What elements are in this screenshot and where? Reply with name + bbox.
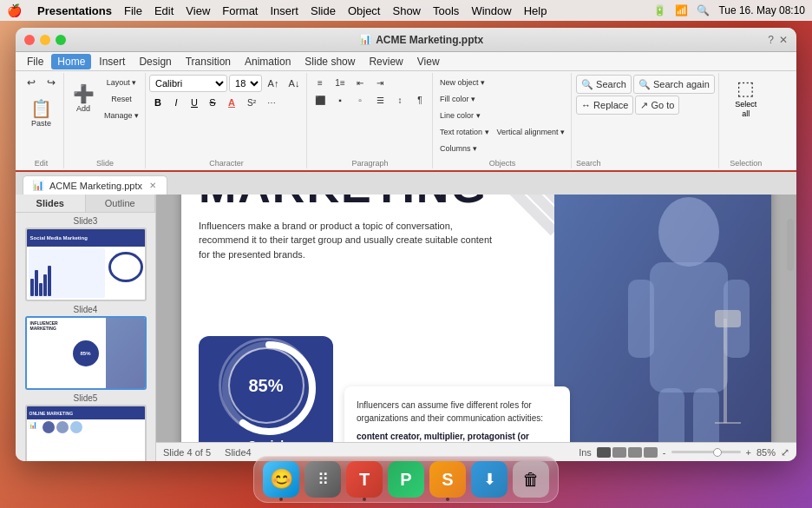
underline-button[interactable]: U — [186, 94, 203, 111]
undo-button[interactable]: ↩ — [22, 75, 41, 90]
line-color-button[interactable]: Line color ▾ — [436, 108, 568, 123]
menu-slide[interactable]: Slide — [311, 4, 336, 17]
align-justify-button[interactable]: ☰ — [370, 92, 390, 108]
datetime: Tue 16. May 08:10 — [718, 4, 805, 16]
font-family-select[interactable]: Calibri — [149, 75, 227, 92]
paste-button[interactable]: 📋 Paste — [27, 92, 56, 135]
menu-view[interactable]: View — [186, 4, 210, 17]
vertical-alignment-button[interactable]: Vertical alignment ▾ — [494, 124, 569, 140]
menu-tools[interactable]: Tools — [433, 4, 459, 17]
columns-button[interactable]: Columns ▾ — [436, 141, 568, 156]
search-icon[interactable]: 🔍 — [697, 4, 710, 16]
fill-color-button[interactable]: Fill color ▾ — [436, 91, 568, 107]
menu-show[interactable]: Show — [392, 4, 421, 17]
strikethrough-button[interactable]: S — [204, 94, 221, 111]
app-menu-file[interactable]: File — [21, 54, 49, 69]
menu-window[interactable]: Window — [471, 4, 511, 17]
close-button[interactable] — [24, 35, 35, 45]
slide-4-thumbnail[interactable]: INFLUENCERMARKETING 85% — [25, 316, 147, 390]
toolbox-p-icon[interactable]: P — [388, 461, 424, 498]
vertical-scrollbar[interactable] — [786, 201, 795, 418]
menu-edit[interactable]: Edit — [154, 4, 174, 17]
toolbox-t-icon[interactable]: T — [346, 461, 383, 498]
trash-icon[interactable]: 🗑 — [513, 461, 549, 498]
reset-button[interactable]: Reset — [101, 91, 142, 107]
font-increase-button[interactable]: A↑ — [264, 76, 283, 91]
select-all-button[interactable]: ⬚ Selectall — [732, 75, 759, 122]
zoom-minus[interactable]: - — [663, 447, 666, 458]
slide-thumb-3[interactable]: Slide3 Social Media Marketing — [19, 216, 152, 301]
font-color-button[interactable]: A — [222, 95, 241, 110]
app-menu-transition[interactable]: Transition — [180, 54, 237, 69]
replace-button[interactable]: ↔ Replace — [576, 96, 633, 115]
font-decrease-button[interactable]: A↓ — [285, 76, 304, 91]
document-tab[interactable]: 📊 ACME Marketing.pptx ✕ — [23, 175, 167, 195]
slides-tab[interactable]: Slides — [16, 195, 86, 212]
fit-icon[interactable]: ⤢ — [781, 446, 789, 459]
manage-button[interactable]: Manage ▾ — [101, 108, 142, 123]
slide-thumb-5[interactable]: Slide5 ONLINE MARKETING 📊 — [19, 393, 152, 461]
app-menu-insert[interactable]: Insert — [93, 54, 131, 69]
replace-icon: ↔ — [581, 100, 591, 110]
more-font-button[interactable]: ⋯ — [262, 95, 281, 110]
bold-button[interactable]: B — [149, 94, 167, 111]
maximize-button[interactable] — [56, 35, 66, 45]
menu-insert[interactable]: Insert — [270, 4, 298, 17]
indent-decrease-button[interactable]: ⇤ — [350, 75, 370, 90]
outline-view-button[interactable] — [628, 447, 642, 458]
zoom-slider[interactable] — [671, 451, 741, 453]
search-button[interactable]: 🔍 Search — [576, 75, 632, 94]
tab-close-button[interactable]: ✕ — [147, 181, 158, 191]
menu-format[interactable]: Format — [222, 4, 258, 17]
align-right-button[interactable]: ▫ — [350, 92, 370, 108]
indent-increase-button[interactable]: ⇥ — [370, 75, 390, 90]
layout-button[interactable]: Layout ▾ — [101, 75, 142, 90]
zoom-plus[interactable]: + — [746, 447, 751, 458]
finder-icon[interactable]: 😊 — [263, 461, 299, 498]
slide-canvas[interactable]: MARKETING Influencers make a brand or pr… — [181, 195, 771, 442]
search-again-button[interactable]: 🔍 Search again — [633, 75, 715, 94]
text-rotation-button[interactable]: Text rotation ▾ — [436, 124, 493, 140]
menu-object[interactable]: Object — [348, 4, 381, 17]
grid-view-button[interactable] — [612, 447, 626, 458]
goto-label: Go to — [651, 100, 674, 110]
zoom-handle[interactable] — [713, 448, 722, 457]
goto-button[interactable]: ↗ Go to — [635, 96, 679, 115]
document-icon: 📊 — [32, 180, 44, 191]
app-menu-design[interactable]: Design — [133, 54, 177, 69]
align-left-button[interactable]: ⬛ — [311, 92, 330, 108]
slides-icon[interactable]: S — [429, 461, 466, 498]
download-icon[interactable]: ⬇ — [471, 461, 508, 498]
app-menu-view[interactable]: View — [411, 54, 446, 69]
slide-5-thumbnail[interactable]: ONLINE MARKETING 📊 — [25, 405, 147, 461]
app-name[interactable]: Presentations — [37, 4, 112, 17]
align-center-button[interactable]: ▪ — [331, 92, 350, 108]
app-menu-animation[interactable]: Animation — [239, 54, 297, 69]
italic-button[interactable]: I — [167, 94, 185, 111]
launchpad-icon[interactable]: ⠿ — [304, 461, 341, 498]
font-size-select[interactable]: 18 — [229, 75, 262, 92]
paragraph-settings-button[interactable]: ¶ — [410, 92, 429, 108]
list-ordered-button[interactable]: 1≡ — [331, 75, 350, 90]
select-all-label: Selectall — [735, 100, 756, 119]
app-menu-review[interactable]: Review — [363, 54, 409, 69]
outline-tab[interactable]: Outline — [86, 195, 156, 212]
normal-view-button[interactable] — [597, 447, 611, 458]
redo-button[interactable]: ↪ — [42, 75, 61, 90]
app-menu-slideshow[interactable]: Slide show — [298, 54, 361, 69]
menu-file[interactable]: File — [124, 4, 142, 17]
help-icon[interactable]: ? — [768, 34, 774, 46]
apple-menu[interactable]: 🍎 — [7, 3, 22, 17]
line-spacing-button[interactable]: ↕ — [390, 92, 409, 108]
app-menu-home[interactable]: Home — [51, 54, 91, 69]
slide-thumb-4[interactable]: Slide4 INFLUENCERMARKETING 85% — [19, 305, 152, 390]
menu-help[interactable]: Help — [524, 4, 547, 17]
minimize-button[interactable] — [40, 35, 50, 45]
slide-3-thumbnail[interactable]: Social Media Marketing — [25, 228, 147, 301]
list-unordered-button[interactable]: ≡ — [311, 75, 330, 90]
close-icon[interactable]: ✕ — [779, 34, 788, 46]
presenter-view-button[interactable] — [644, 447, 658, 458]
new-object-button[interactable]: New object ▾ — [436, 75, 568, 90]
add-slide-button[interactable]: ➕ Add — [68, 75, 99, 123]
shadow-button[interactable]: S² — [242, 95, 261, 110]
